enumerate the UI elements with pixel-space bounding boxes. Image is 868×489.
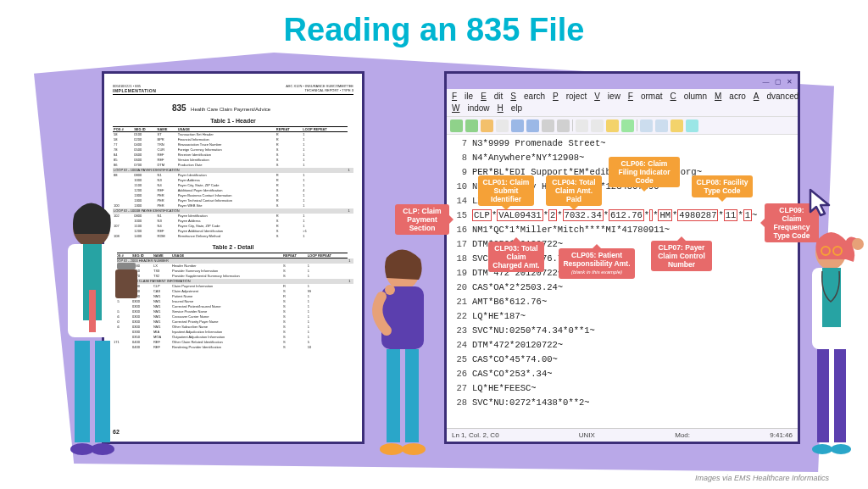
editor-line[interactable]: 7N3*9999 Promenade Street~: [450, 136, 798, 151]
editor-line[interactable]: 23SVC*NU:0250*74.34*0**1~: [450, 324, 798, 338]
status-pos: Ln 1, Col. 2, C0: [452, 431, 499, 439]
sort-icon[interactable]: [606, 119, 619, 132]
svg-rect-23: [834, 349, 846, 442]
table1-label: Table 1 - Header: [113, 118, 353, 124]
svg-rect-14: [405, 349, 419, 442]
menu-edit[interactable]: Edit: [481, 92, 503, 101]
svg-rect-8: [115, 270, 137, 298]
table2-label: Table 2 - Detail: [113, 244, 353, 250]
back-icon[interactable]: [450, 119, 463, 132]
svg-point-26: [852, 238, 864, 250]
list-icon[interactable]: [576, 119, 588, 132]
table2: POS #SEG IDNAMEUSAGEREPEATLOOP REPEAT LO…: [113, 253, 353, 350]
editor-line[interactable]: 21AMT*B6*612.76~: [450, 295, 798, 309]
table1: POS #SEG IDNAMEUSAGEREPEATLOOP REPEAT 58…: [113, 126, 353, 239]
callout-clp04: CLP04: Total Claim Amt. Paid: [546, 175, 602, 206]
svg-point-16: [402, 443, 426, 455]
menu-search[interactable]: Search: [510, 92, 545, 101]
save-icon[interactable]: [511, 119, 524, 132]
svg-point-24: [812, 444, 832, 454]
new-icon[interactable]: [496, 119, 509, 132]
menu-help[interactable]: Help: [498, 103, 523, 113]
doc-subtitle: Health Care Claim Payment/Advice: [191, 107, 270, 112]
editor-line[interactable]: 27LQ*HE*FEESC~: [450, 381, 798, 396]
svg-rect-3: [89, 290, 96, 332]
status-mod: Mod:: [675, 431, 690, 439]
callout-clp06: CLP06: Claim Filing Indicator Code: [609, 157, 680, 187]
editor-line[interactable]: 26CAS*CO*253*.34~: [450, 367, 798, 381]
svg-rect-4: [75, 341, 90, 442]
svg-point-25: [831, 444, 851, 454]
list2-icon[interactable]: [591, 119, 604, 132]
svg-rect-22: [817, 349, 829, 442]
svg-point-7: [91, 443, 114, 455]
maximize-icon[interactable]: ▢: [775, 78, 782, 86]
menu-view[interactable]: View: [594, 92, 620, 101]
close-icon[interactable]: ✕: [787, 78, 793, 86]
callout-clp: CLP: Claim Payment Section: [395, 204, 449, 235]
person-doctor-left: [49, 197, 142, 459]
callout-clp03: CLP03: Total Claim Charged Amt.: [488, 242, 544, 272]
svg-rect-11: [381, 286, 424, 349]
status-time: 9:41:46: [770, 431, 793, 439]
menu-format[interactable]: Format: [628, 92, 663, 101]
editor-line[interactable]: 22LQ*HE*187~: [450, 309, 798, 324]
link-icon[interactable]: [621, 119, 634, 132]
image-credit: Images via EMS Healthcare Informatics: [695, 474, 829, 482]
menu-window[interactable]: Window: [452, 103, 490, 113]
svg-rect-13: [387, 349, 400, 442]
page-title: Reading an 835 File: [0, 12, 868, 48]
folder-icon[interactable]: [481, 119, 493, 132]
person-doctor-right: [797, 229, 868, 466]
menu-file[interactable]: File: [452, 92, 473, 101]
doc-header-right2: TECHNICAL REPORT • TYPE 3: [305, 88, 354, 92]
copy-icon[interactable]: [640, 119, 653, 132]
svg-rect-9: [117, 263, 136, 270]
callout-clp07: CLP07: Payer Claim Control Number: [651, 241, 712, 271]
svg-rect-21: [822, 268, 841, 327]
status-bar: Ln 1, Col. 2, C0 UNIX Mod: 9:41:46: [447, 428, 798, 442]
cursor-icon: [807, 188, 837, 219]
menu-column[interactable]: Column: [670, 92, 707, 101]
print-icon[interactable]: [542, 119, 554, 132]
svg-rect-5: [95, 341, 110, 442]
forward-icon[interactable]: [465, 119, 478, 132]
preview-icon[interactable]: [557, 119, 570, 132]
menu-project[interactable]: Project: [553, 92, 587, 101]
minimize-icon[interactable]: —: [763, 78, 770, 86]
editor-line[interactable]: 24DTM*472*20120722~: [450, 338, 798, 353]
refresh-icon[interactable]: [686, 119, 698, 132]
menu-bar[interactable]: FileEditSearchProjectViewFormatColumnMac…: [447, 89, 798, 116]
highlight-icon[interactable]: [670, 119, 683, 132]
editor-line[interactable]: 16NM1*QC*1*Miller*Mitch****MI*41780911~: [450, 223, 798, 237]
editor-line[interactable]: 25CAS*CO*45*74.00~: [450, 353, 798, 367]
person-center: [356, 246, 449, 466]
status-type: UNIX: [579, 431, 595, 439]
menu-macro[interactable]: Macro: [715, 92, 746, 101]
toolbar[interactable]: [447, 116, 798, 135]
editor-line[interactable]: 28SVC*NU:0272*1438*0**2~: [450, 396, 798, 410]
menu-advanced[interactable]: Advanced: [754, 92, 798, 101]
paste-icon[interactable]: [655, 119, 668, 132]
callout-clp08: CLP08: Facility Type Code: [692, 175, 753, 197]
window-titlebar[interactable]: — ▢ ✕: [447, 74, 798, 89]
callout-clp01: CLP01: Claim Submit Identifier: [478, 175, 534, 206]
callout-clp05: CLP05: Patient Responsibility Amt.(blank…: [559, 248, 635, 279]
doc-code: 835: [172, 103, 186, 113]
svg-point-15: [380, 443, 403, 455]
save-all-icon[interactable]: [526, 119, 539, 132]
editor-line[interactable]: 20CAS*OA*2*2503.24~: [450, 281, 798, 295]
svg-point-12: [385, 285, 395, 295]
svg-point-6: [70, 443, 94, 455]
